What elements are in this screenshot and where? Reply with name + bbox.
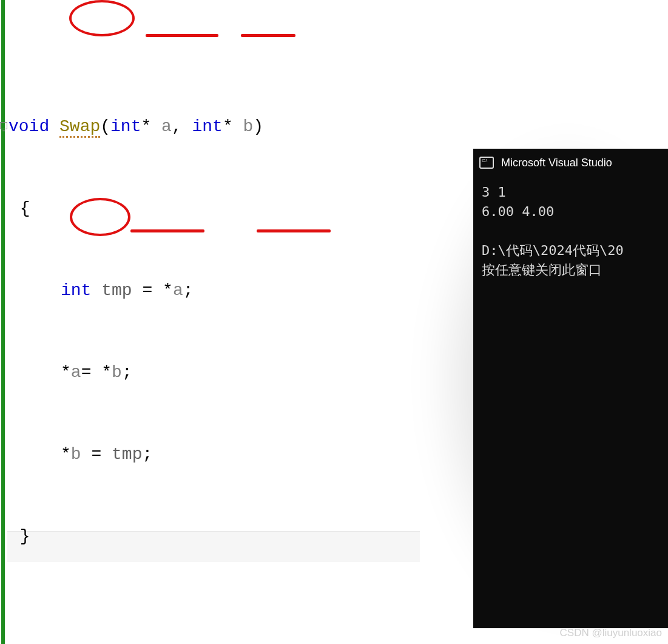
console-icon: [479, 157, 494, 169]
gutter-change-bar: [1, 0, 5, 644]
console-title-text: Microsoft Visual Studio: [501, 157, 612, 169]
debug-console-window[interactable]: Microsoft Visual Studio 3 1 6.00 4.00 D:…: [473, 149, 668, 628]
fold-icon[interactable]: [0, 122, 7, 129]
watermark-text: CSDN @liuyunluoxiao: [560, 627, 662, 639]
console-title-bar[interactable]: Microsoft Visual Studio: [473, 149, 668, 177]
code-content: void Swap(int* a, int* b) { int tmp = *a…: [10, 4, 356, 644]
console-output: 3 1 6.00 4.00 D:\代码\2024代码\20 按任意键关闭此窗口: [473, 177, 668, 286]
